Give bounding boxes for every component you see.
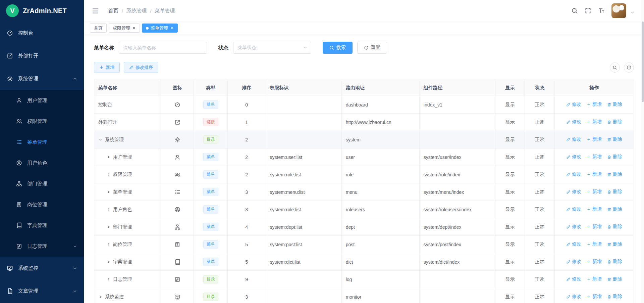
chevdown-icon[interactable]	[98, 137, 103, 142]
add-link[interactable]: 新增	[587, 101, 602, 107]
sidebar-item-4[interactable]: 文章管理	[0, 279, 84, 302]
font-size-icon[interactable]	[598, 7, 605, 14]
edit-link[interactable]: 修改	[566, 259, 581, 265]
menu-name: 用户角色	[113, 207, 132, 213]
sidebar-item-0[interactable]: 控制台	[0, 21, 84, 44]
close-icon[interactable]	[170, 26, 174, 30]
chevright-icon[interactable]	[106, 260, 111, 264]
add-link[interactable]: 新增	[587, 241, 602, 247]
delete-link[interactable]: 删除	[607, 101, 622, 107]
sidebar-subitem-6[interactable]: 字典管理	[0, 215, 84, 236]
edit-link[interactable]: 修改	[566, 171, 581, 177]
delete-link[interactable]: 删除	[607, 189, 622, 195]
edit-link[interactable]: 修改	[566, 241, 581, 247]
menu-name-input[interactable]	[119, 42, 207, 54]
edit-link[interactable]: 修改	[566, 206, 581, 212]
edit-sort-button[interactable]: 修改排序	[124, 62, 158, 73]
add-link[interactable]: 新增	[587, 276, 602, 282]
page-scrollbar[interactable]	[641, 0, 644, 303]
edit-link[interactable]: 修改	[566, 224, 581, 230]
add-link[interactable]: 新增	[587, 154, 602, 160]
user-avatar[interactable]	[611, 3, 626, 18]
component-cell	[419, 131, 495, 148]
fullscreen-icon[interactable]	[585, 7, 591, 14]
search-icon[interactable]	[571, 7, 578, 14]
chevright-icon[interactable]	[106, 190, 111, 194]
delete-link[interactable]: 删除	[607, 171, 622, 177]
chevright-icon[interactable]	[106, 277, 111, 282]
edit-link[interactable]: 修改	[566, 119, 581, 125]
chevright-icon[interactable]	[106, 172, 111, 177]
column-header-4[interactable]: 权限标识	[266, 80, 341, 96]
chevron-down-icon	[303, 45, 308, 50]
sidebar-subitem-7[interactable]: 日志管理	[0, 236, 84, 257]
breadcrumb-system[interactable]: 系统管理	[126, 8, 147, 14]
status-select-placeholder: 菜单状态	[237, 45, 256, 51]
sidebar-subitem-5[interactable]: 岗位管理	[0, 194, 84, 215]
tab-1[interactable]: 权限管理	[109, 24, 140, 33]
close-icon[interactable]	[132, 26, 136, 30]
tab-0[interactable]: 首页	[90, 24, 107, 33]
add-button[interactable]: 新增	[94, 62, 120, 73]
sidebar-item-2[interactable]: 系统管理	[0, 67, 84, 90]
column-header-3[interactable]: 排序	[227, 80, 266, 96]
sidebar-subitem-2[interactable]: 菜单管理	[0, 132, 84, 153]
delete-link[interactable]: 删除	[607, 294, 622, 300]
breadcrumb-home[interactable]: 首页	[108, 8, 118, 14]
chevright-icon[interactable]	[106, 155, 111, 159]
column-header-1[interactable]: 图标	[161, 80, 194, 96]
add-link[interactable]: 新增	[587, 224, 602, 230]
edit-link[interactable]: 修改	[566, 136, 581, 142]
column-header-8[interactable]: 状态	[525, 80, 554, 96]
delete-link[interactable]: 删除	[607, 276, 622, 282]
show-search-button[interactable]	[610, 62, 620, 73]
edit-link[interactable]: 修改	[566, 154, 581, 160]
search-button[interactable]: 搜索	[323, 42, 353, 54]
edit-link[interactable]: 修改	[566, 276, 581, 282]
delete-link[interactable]: 删除	[607, 136, 622, 142]
user-menu-caret-icon[interactable]	[630, 10, 635, 15]
refresh-table-button[interactable]	[624, 62, 634, 73]
tab-2[interactable]: 菜单管理	[142, 24, 178, 33]
sidebar-subitem-label: 字典管理	[27, 222, 47, 229]
edit-link[interactable]: 修改	[566, 189, 581, 195]
add-link[interactable]: 新增	[587, 294, 602, 300]
delete-link[interactable]: 删除	[607, 154, 622, 160]
delete-link[interactable]: 删除	[607, 206, 622, 212]
edit-link[interactable]: 修改	[566, 101, 581, 107]
add-link[interactable]: 新增	[587, 259, 602, 265]
scrollbar-thumb[interactable]	[642, 21, 644, 102]
column-header-0[interactable]: 菜单名称	[94, 80, 161, 96]
add-link[interactable]: 新增	[587, 119, 602, 125]
pencil-icon	[566, 225, 571, 229]
app-logo[interactable]: V ZrAdmin.NET	[0, 0, 84, 21]
sidebar-subitem-1[interactable]: 权限管理	[0, 111, 84, 132]
add-link[interactable]: 新增	[587, 171, 602, 177]
chevright-icon[interactable]	[106, 225, 111, 229]
sidebar-subitem-4[interactable]: 部门管理	[0, 173, 84, 194]
status-select[interactable]: 菜单状态	[233, 42, 311, 54]
delete-link[interactable]: 删除	[607, 259, 622, 265]
add-link[interactable]: 新增	[587, 136, 602, 142]
reset-button[interactable]: 重置	[357, 42, 387, 54]
column-header-2[interactable]: 类型	[194, 80, 227, 96]
column-header-5[interactable]: 路由地址	[341, 80, 419, 96]
column-header-6[interactable]: 组件路径	[419, 80, 495, 96]
delete-link[interactable]: 删除	[607, 119, 622, 125]
chevright-icon[interactable]	[106, 242, 111, 247]
chevright-icon[interactable]	[106, 207, 111, 212]
column-header-7[interactable]: 显示	[495, 80, 525, 96]
delete-link[interactable]: 删除	[607, 241, 622, 247]
sidebar-subitem-0[interactable]: 用户管理	[0, 90, 84, 111]
add-link[interactable]: 新增	[587, 189, 602, 195]
sidebar-item-1[interactable]: 外部打开	[0, 44, 84, 67]
editsq-icon	[16, 243, 22, 249]
sidebar-subitem-3[interactable]: 用户角色	[0, 153, 84, 173]
delete-link[interactable]: 删除	[607, 224, 622, 230]
hamburger-icon[interactable]	[92, 7, 99, 14]
chevright-icon[interactable]	[98, 295, 103, 299]
edit-link[interactable]: 修改	[566, 294, 581, 300]
add-link[interactable]: 新增	[587, 206, 602, 212]
sidebar-item-3[interactable]: 系统监控	[0, 257, 84, 279]
column-header-9[interactable]: 操作	[554, 80, 634, 96]
